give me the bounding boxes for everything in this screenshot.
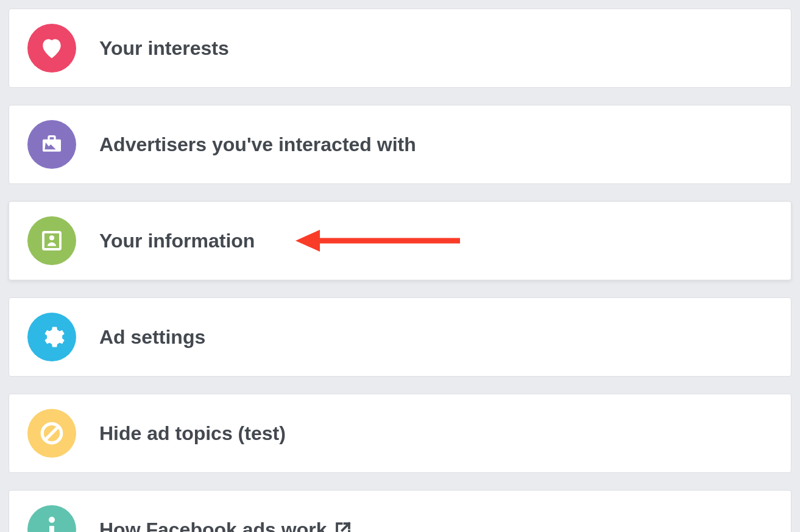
settings-item-label: Your interests (99, 37, 229, 60)
settings-item-advertisers[interactable]: Advertisers you've interacted with (9, 105, 791, 184)
prohibit-icon (27, 409, 76, 458)
svg-rect-0 (43, 232, 60, 249)
settings-item-label: How Facebook ads work (99, 519, 352, 533)
briefcase-icon (27, 120, 76, 169)
settings-list: Your interests Advertisers you've intera… (0, 9, 800, 532)
settings-item-label: Your information (99, 230, 255, 252)
external-link-icon (334, 520, 352, 532)
profile-icon (27, 216, 76, 265)
settings-item-how-ads-work[interactable]: How Facebook ads work (9, 490, 791, 532)
settings-item-label-text: How Facebook ads work (99, 519, 327, 533)
info-icon (27, 505, 76, 532)
settings-item-your-interests[interactable]: Your interests (9, 9, 791, 88)
svg-line-4 (46, 427, 58, 440)
settings-item-label: Advertisers you've interacted with (99, 133, 416, 156)
svg-point-5 (49, 517, 55, 523)
gear-icon (27, 313, 76, 361)
settings-item-label: Hide ad topics (test) (99, 422, 286, 445)
annotation-arrow-icon (296, 224, 466, 258)
settings-item-ad-settings[interactable]: Ad settings (9, 297, 791, 377)
settings-item-label: Ad settings (99, 326, 205, 349)
settings-item-your-information[interactable]: Your information (9, 201, 791, 280)
heart-icon (27, 24, 76, 73)
svg-marker-2 (296, 230, 320, 252)
settings-item-hide-ad-topics[interactable]: Hide ad topics (test) (9, 394, 791, 473)
